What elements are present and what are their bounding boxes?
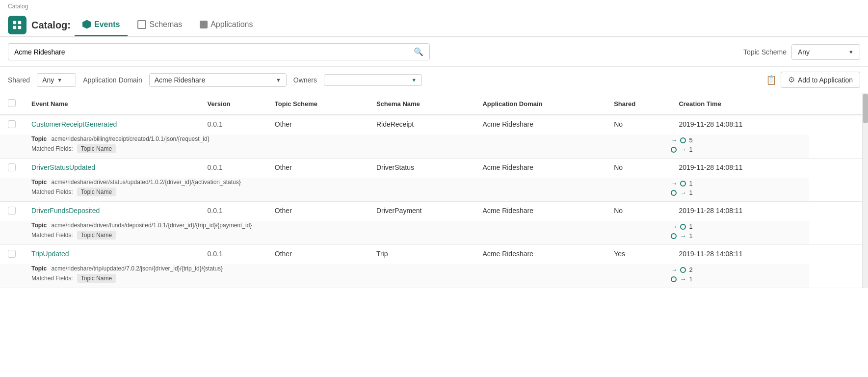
event-name-link[interactable]: CustomerReceiptGenerated [31,120,117,128]
events-icon [82,20,91,29]
row-checkbox[interactable] [8,163,16,171]
svg-rect-0 [13,21,16,24]
col-topic-scheme: Topic Scheme [267,93,368,115]
event-name-link[interactable]: DriverStatusUpdated [31,163,95,171]
applications-icon [200,21,208,28]
col-application-domain: Application Domain [474,93,606,115]
event-detail-row: Topic acme/rideshare/trip/updated/7.0.2/… [0,264,868,288]
copy-icon: 📋 [766,75,777,85]
shared-value: Any [42,76,54,84]
event-detail-row: Topic acme/rideshare/driver/funds/deposi… [0,221,868,245]
col-schema-name: Schema Name [368,93,475,115]
col-version: Version [200,93,267,115]
tab-applications[interactable]: Applications [192,14,261,36]
owners-dropdown[interactable]: ▼ [324,74,422,86]
matched-badge: Topic Name [77,188,116,196]
table-row: DriverStatusUpdated 0.0.1 Other DriverSt… [0,159,868,178]
owners-chevron: ▼ [411,77,417,83]
event-name-link[interactable]: DriverFundsDeposited [31,207,100,215]
col-creation-time: Creation Time [671,93,809,115]
topic-scheme-value: Any [798,48,844,56]
col-indicators [809,93,868,115]
col-event-name: Event Name [24,93,200,115]
add-to-application-button[interactable]: ⚙ Add to Application [781,72,860,88]
col-shared: Shared [606,93,671,115]
gear-icon: ⚙ [788,75,795,84]
tab-events-label: Events [94,20,120,29]
col-checkbox [0,93,24,115]
search-icon: 🔍 [414,47,423,56]
row-checkbox[interactable] [8,120,16,128]
app-domain-label: Application Domain [83,76,142,84]
table-row: TripUpdated 0.0.1 Other Trip Acme Ridesh… [0,245,868,265]
tab-events[interactable]: Events [75,14,128,36]
event-detail-row: Topic acme/rideshare/billing/receipt/cre… [0,135,868,159]
event-detail-row: Topic acme/rideshare/driver/status/updat… [0,178,868,202]
row-checkbox[interactable] [8,207,16,215]
catalog-icon [8,16,26,34]
matched-badge: Topic Name [77,274,116,283]
shared-chevron: ▼ [57,77,62,83]
shared-dropdown[interactable]: Any ▼ [37,73,76,87]
matched-fields-label: Matched Fields: [31,188,73,195]
scroll-thumb[interactable] [863,94,868,123]
svg-rect-3 [18,26,21,29]
row-checkbox[interactable] [8,250,16,258]
scrollbar[interactable] [862,93,868,288]
catalog-title: Catalog: [31,20,71,31]
app-domain-chevron: ▼ [276,77,281,83]
topic-scheme-chevron: ▼ [848,49,854,55]
add-to-application-label: Add to Application [798,76,853,84]
header-checkbox[interactable] [8,99,16,107]
breadcrumb: Catalog [8,3,28,10]
search-box[interactable]: 🔍 [8,43,430,60]
schemas-icon [137,20,146,29]
matched-badge: Topic Name [77,144,116,153]
svg-rect-1 [18,21,21,24]
table-row: DriverFundsDeposited 0.0.1 Other DriverP… [0,202,868,221]
matched-fields-label: Matched Fields: [31,145,73,152]
shared-label: Shared [8,76,30,84]
event-name-link[interactable]: TripUpdated [31,250,69,258]
matched-badge: Topic Name [77,231,116,240]
tab-schemas-label: Schemas [149,20,182,29]
app-domain-value: Acme Rideshare [155,76,273,84]
table-row: CustomerReceiptGenerated 0.0.1 Other Rid… [0,115,868,135]
tab-schemas[interactable]: Schemas [130,14,190,36]
matched-fields-label: Matched Fields: [31,232,73,239]
topic-scheme-label: Topic Scheme [743,48,787,56]
app-domain-dropdown[interactable]: Acme Rideshare ▼ [149,73,287,87]
owners-label: Owners [293,76,317,84]
svg-rect-2 [13,26,16,29]
matched-fields-label: Matched Fields: [31,275,73,282]
tab-applications-label: Applications [210,20,253,29]
search-input[interactable] [14,48,414,56]
topic-scheme-dropdown[interactable]: Any ▼ [791,44,860,60]
